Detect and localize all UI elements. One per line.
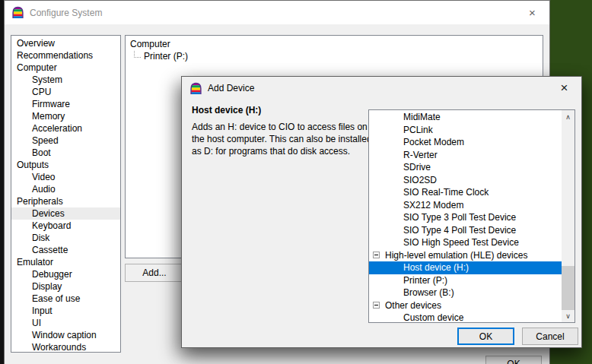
sidebar-item-label: Recommendations — [17, 50, 93, 61]
available-devices-list: MidiMate PCLink Pocket Modem R-Verter SD… — [368, 109, 575, 323]
device-list-item-label: Host device (H:) — [403, 261, 469, 274]
device-list-item[interactable]: Pocket Modem — [369, 136, 562, 149]
device-list-item-label: PCLink — [403, 124, 433, 137]
sidebar-item-label: Cassette — [32, 245, 68, 255]
sidebar-item[interactable]: Devices — [11, 207, 120, 220]
sidebar-item[interactable]: Outputs — [11, 159, 120, 171]
add-device-dialog: Add Device × Host device (H:) Adds an H:… — [181, 76, 582, 348]
sidebar-item[interactable]: Cassette — [11, 244, 120, 256]
sidebar-item[interactable]: Recommendations — [11, 49, 120, 62]
sidebar-item-label: Outputs — [17, 160, 49, 170]
sidebar-item[interactable]: UI — [11, 317, 120, 329]
altirra-app-icon — [11, 6, 24, 19]
sidebar-item[interactable]: Ease of use — [11, 293, 120, 305]
settings-category-tree: Overview Recommendations Computer System… — [11, 35, 121, 353]
scrollbar-thumb[interactable] — [562, 266, 574, 310]
device-list-item[interactable]: SDrive — [369, 161, 562, 174]
device-list-item[interactable]: SIO High Speed Test Device — [369, 236, 562, 249]
device-description-pane: Host device (H:) Adds an H: device to CI… — [192, 105, 373, 157]
add-device-titlebar[interactable]: Add Device × — [182, 77, 581, 100]
sidebar-item[interactable]: Firmware — [11, 98, 120, 110]
device-tree-item[interactable]: Printer (P:) — [130, 50, 543, 62]
sidebar-item[interactable]: Audio — [11, 183, 120, 195]
device-tree-root[interactable]: Computer — [130, 38, 543, 50]
sidebar-item-label: Speed — [32, 135, 59, 146]
device-list-item-label: Custom device — [403, 312, 463, 323]
sidebar-item[interactable]: Display — [11, 280, 120, 293]
collapse-icon[interactable] — [373, 302, 380, 309]
sidebar-item[interactable]: Speed — [11, 135, 120, 147]
device-list-item-label: Pocket Modem — [403, 136, 464, 149]
sidebar-item-label: Keyboard — [32, 220, 71, 231]
sidebar-item[interactable]: Input — [11, 305, 120, 317]
device-list-item-label: SIO Type 4 Poll Test Device — [403, 224, 516, 237]
sidebar-item[interactable]: Workarounds — [11, 341, 120, 353]
device-list-item[interactable]: SX212 Modem — [369, 199, 562, 212]
sidebar-item[interactable]: Overview — [11, 37, 120, 49]
device-list-item-label: SIO Type 3 Poll Test Device — [403, 211, 516, 224]
sidebar-item-label: Devices — [32, 208, 65, 219]
device-list-item[interactable]: Printer (P:) — [369, 274, 562, 287]
device-list-item[interactable]: High-level emulation (HLE) devices — [369, 249, 562, 262]
device-list-scrollbar[interactable]: ∧ ∨ — [562, 110, 574, 322]
configure-system-titlebar[interactable]: Configure System × — [5, 1, 549, 24]
close-icon[interactable]: × — [515, 1, 549, 24]
sidebar-item[interactable]: Computer — [11, 62, 120, 74]
sidebar-item-label: Input — [32, 305, 53, 316]
ok-button-partial[interactable]: OK — [485, 356, 542, 364]
sidebar-item-label: Ease of use — [32, 293, 80, 304]
device-list-item[interactable]: SIO2SD — [369, 174, 562, 187]
sidebar-item[interactable]: Boot — [11, 147, 120, 159]
sidebar-item[interactable]: Keyboard — [11, 220, 120, 232]
device-list-item-label: Browser (B:) — [403, 286, 454, 299]
sidebar-item[interactable]: Window caption — [11, 329, 120, 341]
device-list-item[interactable]: SIO Type 4 Poll Test Device — [369, 224, 562, 237]
sidebar-item-label: Memory — [32, 111, 65, 122]
sidebar-item-label: Boot — [32, 147, 51, 158]
device-list-item-label: High-level emulation (HLE) devices — [385, 249, 527, 262]
device-list-item-label: Other devices — [385, 299, 441, 312]
sidebar-item[interactable]: Debugger — [11, 268, 120, 280]
sidebar-item[interactable]: Emulator — [11, 256, 120, 268]
sidebar-item-label: UI — [32, 318, 41, 328]
sidebar-item[interactable]: System — [11, 74, 120, 86]
device-list-item[interactable]: Custom device — [369, 312, 562, 323]
sidebar-item-label: Peripherals — [17, 196, 63, 207]
device-list-item[interactable]: MidiMate — [369, 111, 562, 124]
device-list-item[interactable]: Host device (H:) — [369, 261, 562, 274]
sidebar-item[interactable]: Peripherals — [11, 195, 120, 207]
sidebar-item-label: Overview — [17, 38, 55, 49]
device-list-item[interactable]: Browser (B:) — [369, 286, 562, 299]
sidebar-item[interactable]: Video — [11, 171, 120, 183]
device-list-item-label: SIO2SD — [403, 174, 437, 187]
device-list-item[interactable]: Other devices — [369, 299, 562, 312]
sidebar-item-label: Disk — [32, 233, 49, 243]
scroll-up-icon[interactable]: ∧ — [562, 110, 574, 123]
sidebar-item-label: Emulator — [17, 257, 53, 267]
sidebar-item[interactable]: CPU — [11, 86, 120, 98]
collapse-icon[interactable] — [373, 252, 380, 258]
sidebar-item[interactable]: Memory — [11, 110, 120, 122]
device-tree-item-label: Printer (P:) — [144, 50, 188, 62]
add-device-button[interactable]: Add... — [125, 264, 184, 282]
ok-button[interactable]: OK — [457, 328, 514, 345]
sidebar-item-label: Audio — [32, 184, 56, 195]
close-icon[interactable]: × — [547, 77, 581, 100]
device-list-item[interactable]: PCLink — [369, 124, 562, 137]
device-list-item[interactable]: SIO Type 3 Poll Test Device — [369, 211, 562, 224]
device-list-item-label: SIO High Speed Test Device — [403, 236, 519, 249]
device-list-item[interactable]: R-Verter — [369, 149, 562, 162]
sidebar-item-label: Computer — [17, 62, 57, 73]
device-name-heading: Host device (H:) — [192, 105, 373, 116]
sidebar-item[interactable]: Acceleration — [11, 122, 120, 135]
sidebar-item[interactable]: Disk — [11, 232, 120, 244]
sidebar-item-label: Debugger — [32, 269, 72, 280]
sidebar-item-label: System — [32, 74, 62, 85]
device-list-item-label: SX212 Modem — [403, 199, 463, 212]
device-list-item-label: MidiMate — [403, 111, 441, 124]
sidebar-item-label: Firmware — [32, 99, 70, 109]
cancel-button[interactable]: Cancel — [522, 328, 578, 345]
altirra-app-icon — [189, 82, 202, 95]
device-list-item[interactable]: SIO Real-Time Clock — [369, 186, 562, 199]
scroll-down-icon[interactable]: ∨ — [562, 309, 574, 322]
